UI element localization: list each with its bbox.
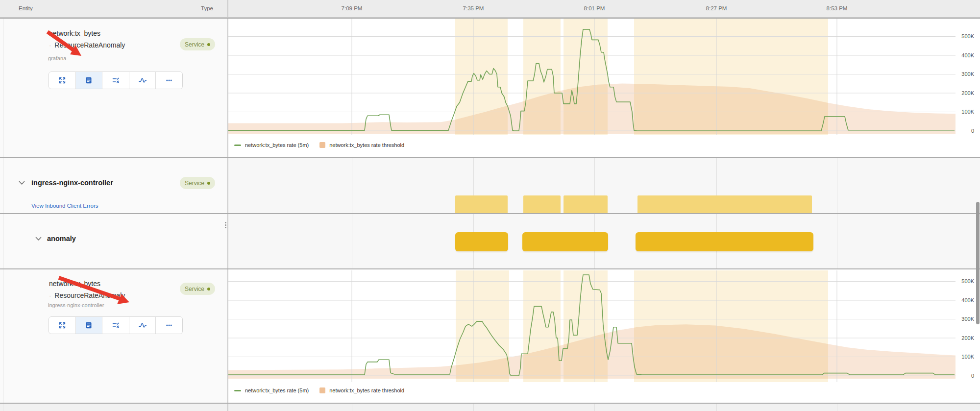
y-axis-label: 400K xyxy=(956,297,974,303)
gridline xyxy=(594,404,595,411)
checklist-x-icon xyxy=(112,76,120,84)
y-axis-label: 100K xyxy=(956,354,974,360)
type-column-header: Type xyxy=(201,5,213,11)
gridline xyxy=(837,404,837,411)
timeline-row-anomaly[interactable] xyxy=(228,214,980,268)
y-axis-label: 200K xyxy=(956,335,974,341)
table-left-border xyxy=(3,19,3,411)
y-axis-label: 500K xyxy=(956,278,974,284)
time-tick-label: 8:27 PM xyxy=(706,5,727,11)
status-dot xyxy=(207,182,210,185)
waveform-button[interactable] xyxy=(129,72,156,89)
log-icon xyxy=(85,76,93,84)
y-axis-label: 500K xyxy=(956,33,974,39)
anomaly-timeline-bar[interactable] xyxy=(637,195,812,213)
y-axis-label: 200K xyxy=(956,90,974,96)
gridline xyxy=(352,158,352,213)
log-button[interactable] xyxy=(76,72,103,89)
waveform-icon xyxy=(138,76,147,84)
time-tick-label: 7:09 PM xyxy=(342,5,363,11)
anomaly-investigation-view: Entity Type 7:09 PM7:35 PM8:01 PM8:27 PM… xyxy=(0,0,980,411)
more-button[interactable] xyxy=(156,317,182,334)
vertical-scrollbar[interactable] xyxy=(976,202,980,324)
gridline xyxy=(837,158,837,213)
legend-series-label[interactable]: network:tx_bytes rate (5m) xyxy=(245,142,309,148)
anomaly-timeline-bar[interactable] xyxy=(455,232,508,251)
row-metric-grafana[interactable]: network:tx_bytes ·ResourceRateAnomaly gr… xyxy=(0,19,227,157)
threshold-swatch xyxy=(319,142,325,148)
checklist-x-icon xyxy=(112,321,120,329)
row-group-anomaly[interactable]: anomaly xyxy=(0,214,227,268)
legend-threshold-label[interactable]: network:tx_bytes rate threshold xyxy=(329,142,404,148)
chevron-down-icon[interactable] xyxy=(35,237,42,241)
status-dot xyxy=(207,43,210,46)
table-header: Entity Type 7:09 PM7:35 PM8:01 PM8:27 PM… xyxy=(0,0,980,18)
bullet: · xyxy=(49,292,51,299)
next-row-partial xyxy=(0,404,980,411)
anomaly-timeline-bar[interactable] xyxy=(455,195,508,213)
row-metric-ingress[interactable]: network:tx_bytes ·ResourceRateAnomaly in… xyxy=(0,269,227,403)
log-button[interactable] xyxy=(76,317,103,334)
checklist-button[interactable] xyxy=(102,72,129,89)
y-axis-label: 100K xyxy=(956,109,974,115)
waveform-icon xyxy=(138,321,147,329)
group-title[interactable]: anomaly xyxy=(47,235,76,242)
gridline xyxy=(716,404,717,411)
inbound-client-errors-link[interactable]: View Inbound Client Errors xyxy=(31,203,98,209)
chart-grafana-plot[interactable] xyxy=(228,19,980,135)
checklist-button[interactable] xyxy=(102,317,129,334)
chart-legend: network:tx_bytes rate (5m) network:tx_by… xyxy=(234,142,404,148)
row-service-ingress[interactable]: ingress-nginx-controller Service View In… xyxy=(0,158,227,213)
resize-grip[interactable] xyxy=(225,222,226,228)
more-button[interactable] xyxy=(156,72,182,89)
y-axis-label: 400K xyxy=(956,52,974,58)
service-type-badge: Service xyxy=(180,283,215,295)
entity-column-header: Entity xyxy=(19,5,33,11)
gridline xyxy=(352,404,352,411)
gridline xyxy=(352,214,352,268)
y-axis-label: 0 xyxy=(956,373,974,379)
legend-series-label[interactable]: network:tx_bytes rate (5m) xyxy=(245,387,309,393)
log-icon xyxy=(85,321,93,329)
ellipsis-icon xyxy=(165,321,173,329)
legend-threshold-label[interactable]: network:tx_bytes rate threshold xyxy=(329,387,404,393)
line-swatch xyxy=(234,390,241,391)
chart-ingress-plot[interactable] xyxy=(228,270,980,382)
expand-button[interactable] xyxy=(49,317,76,334)
expand-icon xyxy=(58,321,66,329)
chart-legend: network:tx_bytes rate (5m) network:tx_by… xyxy=(234,387,404,393)
annotation-arrow xyxy=(43,24,85,61)
y-axis-label: 300K xyxy=(956,316,974,322)
waveform-button[interactable] xyxy=(129,317,156,334)
chevron-down-icon[interactable] xyxy=(19,181,25,185)
anomaly-timeline-bar[interactable] xyxy=(564,195,608,213)
anomaly-timeline-bar[interactable] xyxy=(522,232,608,251)
status-dot xyxy=(207,288,210,290)
metric-toolbar xyxy=(49,316,183,334)
line-swatch xyxy=(234,145,241,146)
gridline xyxy=(473,404,474,411)
anomaly-timeline-bar[interactable] xyxy=(523,195,561,213)
ellipsis-icon xyxy=(165,76,173,84)
annotation-arrow xyxy=(55,273,136,310)
anomaly-timeline-bar[interactable] xyxy=(636,232,813,251)
time-tick-label: 8:01 PM xyxy=(584,5,605,11)
threshold-area xyxy=(228,83,956,134)
timeline-row-service[interactable] xyxy=(228,158,980,213)
gridline xyxy=(837,214,837,268)
time-tick-label: 8:53 PM xyxy=(827,5,848,11)
metric-toolbar xyxy=(49,72,183,89)
service-type-badge: Service xyxy=(180,177,215,189)
panel-separator xyxy=(227,0,228,411)
y-axis-label: 0 xyxy=(956,128,974,134)
expand-icon xyxy=(58,76,66,84)
time-tick-label: 7:35 PM xyxy=(463,5,484,11)
expand-button[interactable] xyxy=(49,72,76,89)
service-title[interactable]: ingress-nginx-controller xyxy=(31,179,113,187)
threshold-swatch xyxy=(319,387,325,393)
y-axis-label: 300K xyxy=(956,71,974,77)
service-type-badge: Service xyxy=(180,38,215,50)
